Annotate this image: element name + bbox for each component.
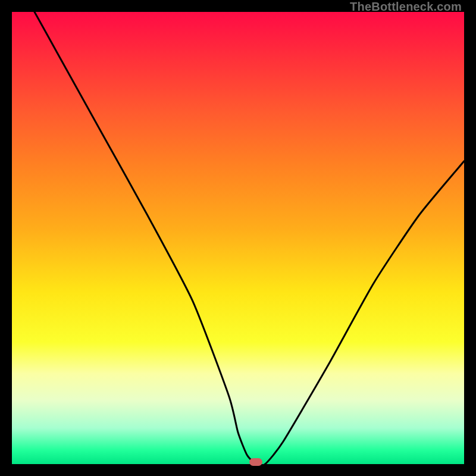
optimal-point-marker: [249, 458, 262, 466]
plot-area: [12, 12, 464, 464]
bottleneck-curve: [12, 12, 464, 464]
chart-frame: TheBottleneck.com: [0, 0, 476, 476]
